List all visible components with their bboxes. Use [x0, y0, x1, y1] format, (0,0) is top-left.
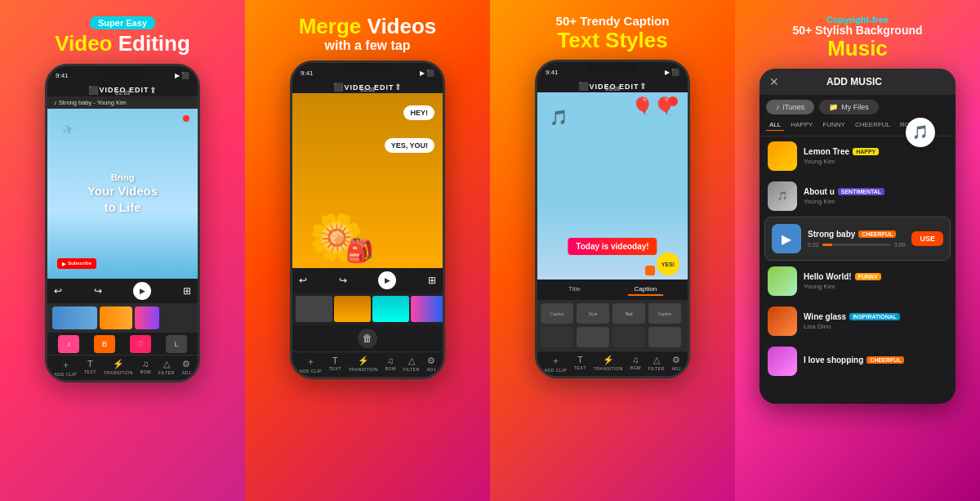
- thumb-strong: ▶: [772, 224, 801, 253]
- src-itunes[interactable]: ♪ iTunes: [766, 100, 814, 114]
- cap-style-6[interactable]: [577, 327, 609, 347]
- tb2-bgm[interactable]: ♫ BGM: [385, 356, 395, 374]
- tb3-adj[interactable]: ⚙ ADJ: [671, 355, 680, 373]
- tb-music-icon: ♪: [58, 335, 79, 353]
- clip-multi: [135, 306, 159, 329]
- phone-1-timeline: [47, 303, 198, 333]
- phone-2-screen: 🌼 🎒 HEY! YES, YOU!: [292, 93, 443, 268]
- music-info-lemon: Lemon Tree HAPPY Young Kim: [804, 147, 947, 165]
- panel-3-title1: 50+ Trendy Caption: [556, 15, 670, 29]
- src-myfiles[interactable]: 📁 My Files: [819, 100, 879, 114]
- panel-3: 50+ Trendy Caption Text Styles 9:41 ▶ ⬛ …: [490, 0, 735, 501]
- genre-happy[interactable]: HAPPY: [787, 119, 816, 131]
- music-source-tabs: ♪ iTunes 📁 My Files: [760, 95, 956, 119]
- clip-blue: [52, 306, 97, 329]
- panel-1-heading: Super Easy Video Editing: [55, 15, 190, 56]
- music-item-hello[interactable]: Hello World! FUNNY Young Kim: [760, 262, 956, 301]
- bag-emoji: 🎒: [345, 237, 374, 264]
- phone-2-title-bar: ⬛ VIDEO EDIT ⬆ 01:03: [292, 81, 443, 93]
- cap-style-3[interactable]: Text: [612, 303, 645, 324]
- folder-icon: 📁: [829, 103, 838, 111]
- phone-1-canvas: ✈ Bring Your Videos to Life ▶ Subscribe: [47, 109, 198, 279]
- delete-icon[interactable]: 🗑: [358, 329, 377, 348]
- music-note-sticker: 🎵: [550, 109, 568, 127]
- music-item-strong[interactable]: ▶ Strong baby CHEERFUL 0:32: [764, 217, 951, 261]
- tb2-adj[interactable]: ⚙ ADJ: [426, 356, 435, 374]
- phone-3-title-bar: ⬛ VIDEO EDIT ⬆ 01:03: [537, 80, 688, 92]
- music-item-shopping[interactable]: I love shopping CHEERFUL: [760, 342, 956, 381]
- clip-orange: [100, 306, 132, 329]
- yes-sticker: YES!: [657, 253, 679, 275]
- phone-1-title-bar: ⬛ VIDEO EDIT ⬆ 01:03: [47, 84, 198, 96]
- cap-style-2[interactable]: Style: [577, 303, 609, 324]
- music-info-hello: Hello World! FUNNY Young Kim: [804, 272, 947, 290]
- progress-bar-bg: [822, 244, 891, 246]
- play-btn[interactable]: ▶: [133, 282, 151, 300]
- tb3-bgm[interactable]: ♫ BGM: [630, 355, 640, 373]
- tb-filter[interactable]: △ FILTER: [158, 359, 174, 377]
- grid-btn-2[interactable]: ⊞: [428, 275, 436, 286]
- play-btn-2[interactable]: ▶: [378, 271, 396, 289]
- tab-title[interactable]: Title: [562, 284, 587, 296]
- film-dark: [296, 296, 332, 322]
- speech-hey: HEY!: [403, 105, 434, 120]
- music-info-wine: Wine glass INSPIRATIONAL Lisa Dino: [804, 312, 947, 330]
- tb2-text[interactable]: T TEXT: [329, 356, 341, 374]
- phone-3-canvas: 🎈🎈 🎵 Today is videoday! YES!: [537, 92, 688, 280]
- cap-style-8[interactable]: [648, 327, 681, 347]
- tab-caption[interactable]: Caption: [628, 284, 664, 296]
- redo-btn-2[interactable]: ↪: [339, 275, 347, 286]
- use-button[interactable]: USE: [911, 231, 943, 246]
- phone-1-controls: ↩ ↪ ▶ ⊞: [47, 279, 198, 303]
- undo-btn-2[interactable]: ↩: [299, 275, 307, 286]
- edit-overlay: [645, 266, 655, 275]
- caption-style-row2: [537, 327, 688, 351]
- tb3-text[interactable]: T TEXT: [574, 355, 586, 373]
- phone-3-toolbar: ＋ ADD CLIP T TEXT ⚡ TRANSITION ♫ BGM △ F…: [537, 351, 688, 376]
- phone-2-toolbar: ＋ ADD CLIP T TEXT ⚡ TRANSITION ♫ BGM △ F…: [292, 351, 443, 377]
- panel-2: Merge Videos with a few tap 9:41 ▶ ⬛ ⬛ V…: [245, 0, 490, 501]
- panel-4: Copyright-free 50+ Stylish Background Mu…: [735, 0, 980, 501]
- genre-cheerful[interactable]: CHEERFUL: [852, 119, 893, 131]
- panel-2-heading: Merge Videos with a few tap: [299, 15, 437, 52]
- grid-btn[interactable]: ⊞: [183, 285, 191, 297]
- phone-1-toolbar: ＋ ADD CLIP T TEXT ⚡ TRANSITION ♫ BGM △ F…: [47, 355, 198, 380]
- tb2-filter[interactable]: △ FILTER: [403, 356, 419, 374]
- panel-4-phone-wrapper: 🎵 ✕ ADD MUSIC ♪ iTunes 📁 My Files ALL HA…: [760, 69, 956, 404]
- tb3-filter[interactable]: △ FILTER: [648, 355, 664, 373]
- tb-bgm[interactable]: ♫ BGM: [140, 359, 150, 377]
- tb2-addclip[interactable]: ＋ ADD CLIP: [299, 356, 322, 374]
- tb3-addclip[interactable]: ＋ ADD CLIP: [544, 355, 567, 373]
- cap-style-5[interactable]: [541, 327, 573, 347]
- redo-btn[interactable]: ↪: [94, 285, 102, 297]
- music-close-btn[interactable]: ✕: [769, 75, 779, 88]
- tb-heart-icon: ♡: [130, 335, 151, 353]
- tb-text[interactable]: T TEXT: [84, 359, 96, 377]
- svg-text:▶: ▶: [782, 232, 792, 246]
- tb-transition[interactable]: ⚡ TRANSITION: [104, 359, 133, 377]
- tb-adj[interactable]: ⚙ ADJ: [181, 359, 190, 377]
- panel-1: Super Easy Video Editing 9:41 ▶ ⬛ ⬛ VIDE…: [0, 0, 245, 501]
- paper-plane-icon: ✈: [60, 119, 78, 141]
- subscribe-btn: ▶ Subscribe: [57, 258, 96, 269]
- cap-style-7[interactable]: [612, 327, 645, 347]
- cap-style-4[interactable]: Caption: [648, 303, 681, 324]
- phone-2-notch: [343, 63, 392, 74]
- music-item-about[interactable]: 🎵 About u SENTIMENTAL Young Kim: [760, 177, 956, 216]
- progress-bar-fill: [822, 244, 833, 246]
- panel-2-subtitle: with a few tap: [299, 38, 437, 53]
- music-progress: 0:32 3:00: [808, 242, 905, 248]
- music-info-about: About u SENTIMENTAL Young Kim: [804, 187, 947, 205]
- tb2-transition[interactable]: ⚡ TRANSITION: [349, 356, 378, 374]
- undo-btn[interactable]: ↩: [54, 285, 62, 297]
- genre-funny[interactable]: FUNNY: [819, 119, 849, 131]
- thumb-about: 🎵: [768, 181, 797, 211]
- genre-all[interactable]: ALL: [766, 119, 784, 131]
- tb-addclip[interactable]: ＋ ADD CLIP: [54, 359, 77, 377]
- close-overlay: [668, 96, 678, 106]
- cap-style-1[interactable]: Caption: [541, 303, 573, 324]
- panel-3-heading: 50+ Trendy Caption Text Styles: [556, 15, 670, 51]
- music-item-wine[interactable]: Wine glass INSPIRATIONAL Lisa Dino: [760, 302, 956, 341]
- tb3-transition[interactable]: ⚡ TRANSITION: [594, 355, 623, 373]
- thumb-wine: [768, 306, 797, 336]
